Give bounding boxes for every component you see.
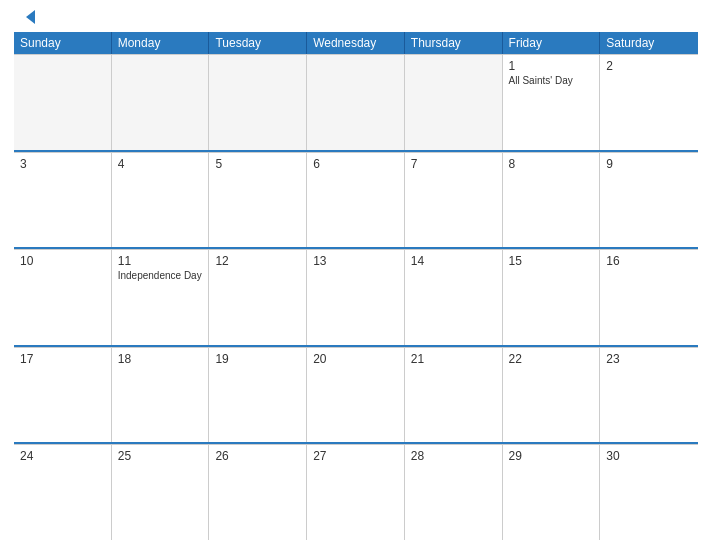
- day-cell: 26: [209, 444, 307, 540]
- day-cell: 12: [209, 249, 307, 345]
- day-cell: 5: [209, 152, 307, 248]
- day-number: 4: [118, 157, 203, 171]
- day-number: 21: [411, 352, 496, 366]
- day-number: 27: [313, 449, 398, 463]
- day-number: 28: [411, 449, 496, 463]
- day-number: 12: [215, 254, 300, 268]
- week-row-3: 1011Independence Day1213141516: [14, 249, 698, 347]
- day-number: 20: [313, 352, 398, 366]
- day-number: 16: [606, 254, 692, 268]
- day-cell: 27: [307, 444, 405, 540]
- day-header-thursday: Thursday: [405, 32, 503, 54]
- day-cell: [14, 54, 112, 150]
- day-event: All Saints' Day: [509, 75, 594, 86]
- day-number: 14: [411, 254, 496, 268]
- day-cell: 17: [14, 347, 112, 443]
- logo-flag-icon: [17, 10, 35, 24]
- day-headers-row: SundayMondayTuesdayWednesdayThursdayFrid…: [14, 32, 698, 54]
- day-number: 1: [509, 59, 594, 73]
- day-header-tuesday: Tuesday: [209, 32, 307, 54]
- day-cell: 28: [405, 444, 503, 540]
- day-cell: 10: [14, 249, 112, 345]
- day-header-wednesday: Wednesday: [307, 32, 405, 54]
- day-number: 26: [215, 449, 300, 463]
- day-number: 6: [313, 157, 398, 171]
- day-cell: 18: [112, 347, 210, 443]
- day-number: 15: [509, 254, 594, 268]
- day-cell: 16: [600, 249, 698, 345]
- day-cell: 22: [503, 347, 601, 443]
- day-cell: [209, 54, 307, 150]
- day-cell: 20: [307, 347, 405, 443]
- day-number: 11: [118, 254, 203, 268]
- day-number: 3: [20, 157, 105, 171]
- day-cell: [405, 54, 503, 150]
- day-cell: 19: [209, 347, 307, 443]
- day-cell: 7: [405, 152, 503, 248]
- day-cell: 23: [600, 347, 698, 443]
- day-cell: 13: [307, 249, 405, 345]
- day-cell: 14: [405, 249, 503, 345]
- logo: [14, 10, 35, 24]
- day-number: 22: [509, 352, 594, 366]
- day-number: 30: [606, 449, 692, 463]
- day-header-sunday: Sunday: [14, 32, 112, 54]
- day-header-friday: Friday: [503, 32, 601, 54]
- week-row-2: 3456789: [14, 152, 698, 250]
- day-cell: 6: [307, 152, 405, 248]
- day-number: 29: [509, 449, 594, 463]
- day-number: 24: [20, 449, 105, 463]
- day-cell: 24: [14, 444, 112, 540]
- week-row-4: 17181920212223: [14, 347, 698, 445]
- day-cell: 30: [600, 444, 698, 540]
- day-number: 18: [118, 352, 203, 366]
- day-number: 25: [118, 449, 203, 463]
- day-cell: 15: [503, 249, 601, 345]
- day-number: 2: [606, 59, 692, 73]
- day-event: Independence Day: [118, 270, 203, 281]
- day-cell: 4: [112, 152, 210, 248]
- day-cell: 1All Saints' Day: [503, 54, 601, 150]
- day-cell: 9: [600, 152, 698, 248]
- day-cell: 25: [112, 444, 210, 540]
- day-cell: [307, 54, 405, 150]
- day-number: 19: [215, 352, 300, 366]
- day-number: 17: [20, 352, 105, 366]
- calendar-header: [14, 10, 698, 24]
- day-number: 23: [606, 352, 692, 366]
- day-cell: 3: [14, 152, 112, 248]
- week-row-1: 1All Saints' Day2: [14, 54, 698, 152]
- day-number: 10: [20, 254, 105, 268]
- weeks-container: 1All Saints' Day234567891011Independence…: [14, 54, 698, 540]
- day-number: 5: [215, 157, 300, 171]
- day-cell: [112, 54, 210, 150]
- day-header-saturday: Saturday: [600, 32, 698, 54]
- day-number: 7: [411, 157, 496, 171]
- day-cell: 2: [600, 54, 698, 150]
- day-cell: 11Independence Day: [112, 249, 210, 345]
- day-number: 13: [313, 254, 398, 268]
- day-cell: 21: [405, 347, 503, 443]
- day-header-monday: Monday: [112, 32, 210, 54]
- day-cell: 8: [503, 152, 601, 248]
- calendar-grid: SundayMondayTuesdayWednesdayThursdayFrid…: [14, 32, 698, 540]
- day-number: 8: [509, 157, 594, 171]
- week-row-5: 24252627282930: [14, 444, 698, 540]
- calendar-container: SundayMondayTuesdayWednesdayThursdayFrid…: [0, 0, 712, 550]
- day-number: 9: [606, 157, 692, 171]
- day-cell: 29: [503, 444, 601, 540]
